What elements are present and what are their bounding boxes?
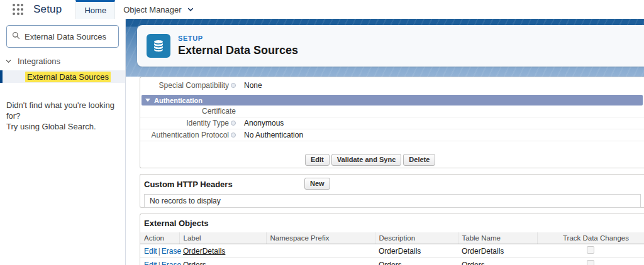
global-navigation-bar: Setup Home Object Manager: [0, 0, 644, 19]
collapse-triangle-icon: [145, 99, 150, 102]
table-name-cell: Orders: [458, 258, 537, 265]
sidebar-help-text: Didn't find what you're looking for? Try…: [6, 100, 119, 132]
field-label: Special Compatibility: [159, 81, 229, 90]
external-objects-table: Action Label Namespace Prefix Descriptio…: [140, 232, 644, 265]
detail-row-certificate: Certificate: [140, 105, 644, 117]
custom-http-headers-card: Custom HTTP Headers New No records to di…: [140, 174, 644, 208]
search-icon: [12, 31, 20, 42]
setup-sidebar: Integrations External Data Sources Didn'…: [0, 19, 126, 265]
track-data-changes-checkbox: [587, 260, 594, 265]
field-value: Anonymous: [236, 119, 284, 127]
field-label: Certificate: [202, 107, 236, 116]
info-icon: [231, 83, 236, 88]
chevron-down-icon: [187, 6, 194, 13]
erase-link[interactable]: Erase: [162, 261, 181, 265]
tab-object-manager-label: Object Manager: [123, 5, 182, 14]
tab-home[interactable]: Home: [75, 0, 115, 19]
validate-and-sync-button[interactable]: Validate and Sync: [331, 154, 402, 166]
edit-button[interactable]: Edit: [305, 154, 330, 166]
external-objects-title: External Objects: [140, 217, 644, 232]
table-header-row: Action Label Namespace Prefix Descriptio…: [140, 232, 644, 244]
namespace-prefix-cell: [266, 258, 375, 265]
page-title: External Data Sources: [178, 44, 298, 57]
action-separator: |: [157, 261, 162, 265]
column-header-description: Description: [375, 232, 458, 244]
quick-find-search[interactable]: [6, 25, 119, 48]
column-header-track-data-changes: Track Data Changes: [537, 232, 644, 244]
description-cell: OrderDetails: [375, 244, 458, 258]
field-value: None: [236, 81, 262, 90]
info-icon: [231, 121, 236, 126]
chevron-down-icon: [5, 58, 12, 65]
object-label-link[interactable]: Orders: [183, 261, 206, 265]
detail-row-authentication-protocol: Authentication Protocol No Authenticatio…: [140, 129, 644, 141]
data-source-detail-card: Special Compatibility None Authenticatio…: [140, 77, 644, 168]
custom-http-headers-title: Custom HTTP Headers: [144, 180, 233, 189]
sidebar-section-label: Integrations: [18, 57, 60, 66]
database-icon: [147, 34, 170, 58]
description-cell: Orders: [375, 258, 458, 265]
search-match-highlight: External Data Sources: [25, 72, 111, 82]
new-button[interactable]: New: [304, 178, 330, 190]
setup-tab-bar: Home Object Manager: [75, 0, 202, 19]
column-header-action: Action: [140, 232, 179, 244]
edit-link[interactable]: Edit: [144, 261, 157, 265]
track-data-changes-checkbox: [587, 246, 594, 254]
detail-button-row: Edit Validate and Sync Delete: [140, 154, 644, 166]
sidebar-item-external-data-sources[interactable]: External Data Sources: [0, 70, 125, 83]
tab-object-manager[interactable]: Object Manager: [115, 0, 203, 19]
column-header-table-name: Table Name: [458, 232, 537, 244]
detail-row-special-compatibility: Special Compatibility None: [140, 79, 644, 91]
table-row: Edit|Erase Orders Orders Orders: [140, 258, 644, 265]
external-objects-card: External Objects Action Label Namespace …: [140, 214, 644, 265]
detail-row-identity-type: Identity Type Anonymous: [140, 117, 644, 129]
field-value: No Authentication: [236, 131, 303, 139]
search-input[interactable]: [25, 32, 113, 41]
field-label: Identity Type: [186, 119, 229, 127]
edit-link[interactable]: Edit: [144, 247, 157, 256]
delete-button[interactable]: Delete: [403, 154, 435, 166]
app-launcher-icon[interactable]: [13, 4, 23, 15]
erase-link[interactable]: Erase: [162, 247, 181, 256]
main-content-region: SETUP External Data Sources Special Comp…: [126, 19, 644, 265]
page-header-card: SETUP External Data Sources: [137, 25, 644, 67]
empty-list-message: No records to display: [144, 194, 641, 208]
info-icon: [231, 132, 236, 138]
setup-detail-content: Special Compatibility None Authenticatio…: [126, 77, 644, 265]
namespace-prefix-cell: [266, 244, 375, 258]
column-header-namespace-prefix: Namespace Prefix: [266, 232, 375, 244]
action-separator: |: [157, 247, 162, 256]
table-row: Edit|Erase OrderDetails OrderDetails Ord…: [140, 244, 644, 258]
object-label-link[interactable]: OrderDetails: [183, 247, 225, 256]
sidebar-item-integrations[interactable]: Integrations: [5, 57, 125, 66]
help-line-2: Try using Global Search.: [6, 121, 119, 132]
tab-home-label: Home: [84, 6, 106, 15]
field-label: Authentication Protocol: [152, 131, 229, 139]
column-header-label: Label: [179, 232, 266, 244]
table-name-cell: OrderDetails: [458, 244, 537, 258]
app-name: Setup: [33, 3, 62, 19]
section-title: Authentication: [154, 97, 203, 104]
authentication-section-header[interactable]: Authentication: [142, 95, 643, 105]
help-line-1: Didn't find what you're looking for?: [6, 100, 119, 121]
setup-eyebrow: SETUP: [178, 35, 298, 42]
